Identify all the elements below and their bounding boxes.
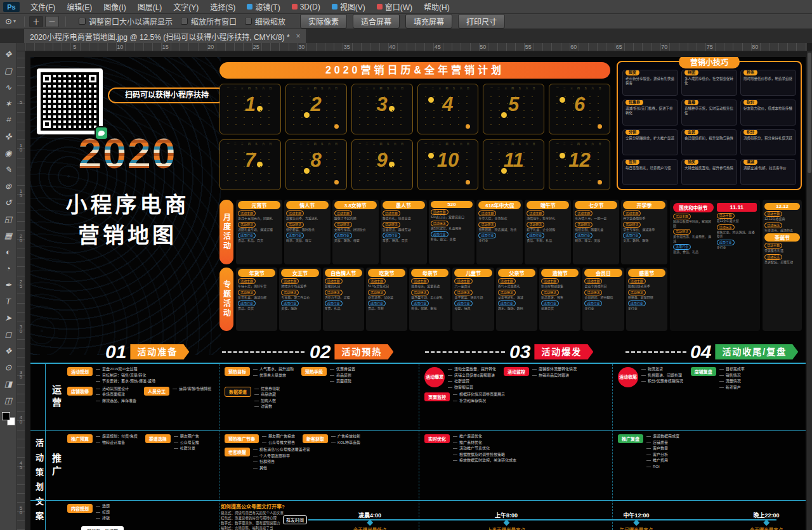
industry-text: 食品、生鲜 (368, 306, 405, 311)
pen-tool[interactable]: ✒ (1, 278, 16, 292)
color-swatches[interactable] (2, 412, 15, 425)
zoom-in-button[interactable]: ＋ (29, 16, 43, 27)
tip-label: 优惠券 (625, 100, 643, 105)
eraser-tool[interactable]: ◱ (1, 212, 16, 226)
industry-text: 鲜花、珠宝、美妆 (575, 238, 617, 243)
menu-edit[interactable]: 编辑(E) (61, 0, 98, 13)
zoom-tool[interactable]: ⊙ (1, 360, 16, 374)
phase-4: 04 活动收尾/复盘 (690, 341, 798, 363)
menu-help[interactable]: 帮助(H) (418, 0, 455, 13)
photoshop-logo[interactable]: Ps (3, 2, 20, 12)
clone-stamp-tool[interactable]: ⊚ (1, 179, 16, 193)
path-select-tool[interactable]: ➤ (1, 311, 16, 325)
industry-tag: 适用行业 (717, 240, 735, 245)
brush-tool[interactable]: ✎ (1, 162, 16, 176)
map-leaf: 销售情况 (719, 373, 745, 378)
vertical-ruler[interactable]: 51 01 52 02 53 03 54 04 55 0 (17, 51, 25, 530)
lasso-tool[interactable]: ∿ (1, 80, 16, 94)
menu-file[interactable]: 文件(F) (25, 0, 61, 13)
calendar-grid: 一 二 三 四 五 六 日 1 一 二 三 四 五 六 日 2 一 二 三 四 … (219, 84, 610, 190)
menu-filter[interactable]: 滤镜(T) (241, 0, 285, 13)
map-leaves: 物流发货售后跟进、问题处理积分/优惠券核销情况 (641, 367, 683, 384)
move-tool[interactable]: ✥ (1, 47, 16, 61)
theme-tag: 活动主题 (238, 210, 256, 216)
horizontal-ruler[interactable]: 5101520253035404550556065707580 (25, 43, 807, 51)
print-size-button[interactable]: 打印尺寸 (458, 14, 505, 29)
ruler-number: 20 (188, 43, 234, 51)
option-checkboxes: 调整窗口大小以满屏显示 缩放所有窗口 细微缩放 (70, 16, 285, 27)
menu-3d[interactable]: 3D(D) (286, 0, 326, 13)
scrollbar-thumb[interactable] (808, 53, 811, 173)
menu-label: 滤镜(T) (255, 1, 280, 12)
weekday-header: 一 二 三 四 五 六 日 (549, 86, 610, 90)
map-leaf: KOL种草造势 (331, 441, 360, 446)
tool-glyph: T (6, 297, 11, 306)
menu-label: 文字(Y) (173, 1, 199, 12)
type-tool[interactable]: T (1, 294, 16, 308)
magic-wand-tool[interactable]: ✶ (1, 96, 16, 110)
menu-select[interactable]: 选择(S) (204, 0, 241, 13)
weekday-header: 一 二 三 四 五 六 日 (549, 142, 610, 146)
quick-mask-button[interactable]: ◨ (1, 377, 16, 391)
document-tab[interactable]: 2020小程序电商营销地图.jpg @ 12.5% (扫码可以获得小程序扶持, … (24, 29, 307, 43)
industry-text: 母婴、玩具 (454, 306, 492, 311)
tip-text: 多人成团享低价，社交裂变促转化 (684, 77, 734, 86)
ops-preheat-cell: 预热目标 人气蓄水、提升加购优惠券大量发放 预热手段 优惠券设置商品装修页面搭建… (221, 366, 416, 429)
menu-type[interactable]: 文字(Y) (167, 0, 204, 13)
eyedropper-tool[interactable]: ✜ (1, 129, 16, 143)
theme-tag: 活动主题 (286, 210, 304, 216)
month-number: 5 (483, 93, 544, 116)
menu-window[interactable]: 窗口(W) (371, 0, 418, 13)
ops-review-cell: 活动收尾 物流发货售后跟进、问题处理积分/优惠券核销情况 店铺复盘 目标完成率销… (614, 366, 803, 429)
healing-brush-tool[interactable]: ◉ (1, 146, 16, 160)
fill-screen-button[interactable]: 填充屏幕 (405, 14, 452, 29)
map-node: 数据渠道 (225, 387, 251, 397)
map-node: 页面监控 (424, 392, 450, 401)
tip-card: 直播 直播种草带货，实时互动提升信任 (681, 100, 737, 126)
history-brush-tool[interactable]: ↺ (1, 195, 16, 209)
map-leaf: 商品收藏 (254, 392, 280, 398)
menu-image[interactable]: 图像(I) (98, 0, 131, 13)
shape-tool[interactable]: ◻ (1, 327, 16, 341)
zoom-tool-preset[interactable]: ⊙ ▾ (5, 16, 16, 26)
scrubby-zoom-checkbox[interactable]: 细微缩放 (245, 16, 285, 27)
document-tab-bar: 2020小程序电商营销地图.jpg @ 12.5% (扫码可以获得小程序扶持, … (0, 29, 812, 43)
map-leaf: 新老客户 (719, 385, 745, 391)
canvas[interactable]: 扫码可以获得小程序扶持 2020 小程序电商 营销地图 2020营销日历&全年营… (25, 51, 807, 530)
calendar-month: 一 二 三 四 五 六 日 2 (285, 84, 347, 134)
crop-tool[interactable]: ⌗ (1, 113, 16, 127)
activity-name: 情人节 (286, 201, 329, 209)
theme-text: 东方情人节，一期一会 (575, 216, 617, 221)
screen-mode-button[interactable]: ◫ (1, 393, 16, 407)
map-node: 渠道选择 (145, 434, 171, 443)
menu-view[interactable]: 视图(V) (326, 0, 371, 13)
zoom-all-windows-checkbox[interactable]: 缩放所有窗口 (181, 16, 237, 27)
dodge-tool[interactable]: ◔ (1, 261, 16, 275)
activity-name: 会员日 (584, 269, 622, 277)
menu-badge-icon (332, 4, 337, 10)
tip-card: 抽奖 大转盘抽奖互动，提升参与热情 (681, 159, 737, 185)
resize-windows-checkbox[interactable]: 调整窗口大小以满屏显示 (79, 16, 173, 27)
actual-pixels-button[interactable]: 实际像素 (300, 14, 347, 29)
activity-name: 吃货节 (368, 269, 405, 277)
gradient-tool[interactable]: ▦ (1, 228, 16, 242)
marquee-tool[interactable]: ▢ (1, 63, 16, 77)
tip-card: 满减 满额立减/包邮，拉高客单价 (740, 159, 796, 185)
q4-promos-panel: 国庆和中秋节 活动主题 国庆中秋双节同庆，家国团圆 活动玩法 黄金周出游、礼盒预… (670, 200, 760, 331)
blur-tool[interactable]: ◐ (1, 245, 16, 259)
menu-layer[interactable]: 图层(L) (132, 0, 168, 13)
hand-tool[interactable]: ❖ (1, 344, 16, 358)
weekday-header: 一 二 三 四 五 六 日 (352, 142, 412, 146)
foreground-color-swatch[interactable] (2, 412, 10, 420)
zoom-out-button[interactable]: － (45, 16, 59, 27)
fit-screen-button[interactable]: 适合屏幕 (353, 14, 400, 29)
month-number: 4 (418, 93, 478, 116)
double11-title: 11.11 (717, 203, 757, 212)
vertical-scrollbar[interactable] (807, 51, 812, 530)
timeline-desc: 上半天曝光最高点 (487, 526, 525, 530)
tool-glyph: ▢ (4, 66, 12, 75)
tip-text: 直播种草带货，实时互动提升信任 (684, 107, 734, 116)
tool-glyph: ◐ (6, 247, 11, 257)
diamond-marker-icon (367, 520, 373, 526)
tab-close-icon[interactable]: × (296, 32, 301, 41)
